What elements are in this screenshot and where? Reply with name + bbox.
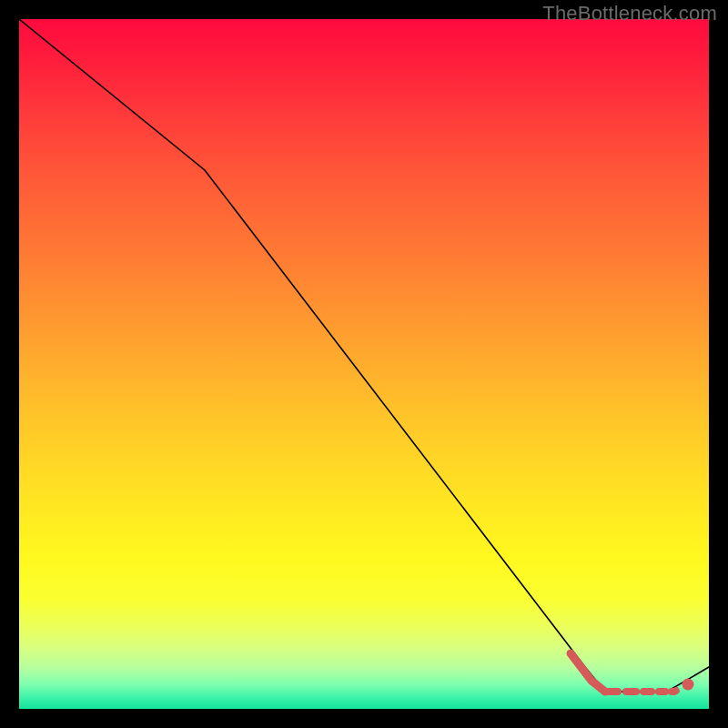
series-terminal-point — [682, 679, 694, 691]
optimal-zone-solid-segment — [571, 653, 605, 692]
bottleneck-curve-line — [19, 19, 709, 692]
chart-container: TheBottleneck.com — [0, 0, 728, 728]
plot-area — [19, 19, 709, 709]
watermark-text: TheBottleneck.com — [542, 2, 717, 25]
optimal-zone-dashed-segment — [605, 684, 688, 692]
chart-lines-layer — [19, 19, 709, 709]
